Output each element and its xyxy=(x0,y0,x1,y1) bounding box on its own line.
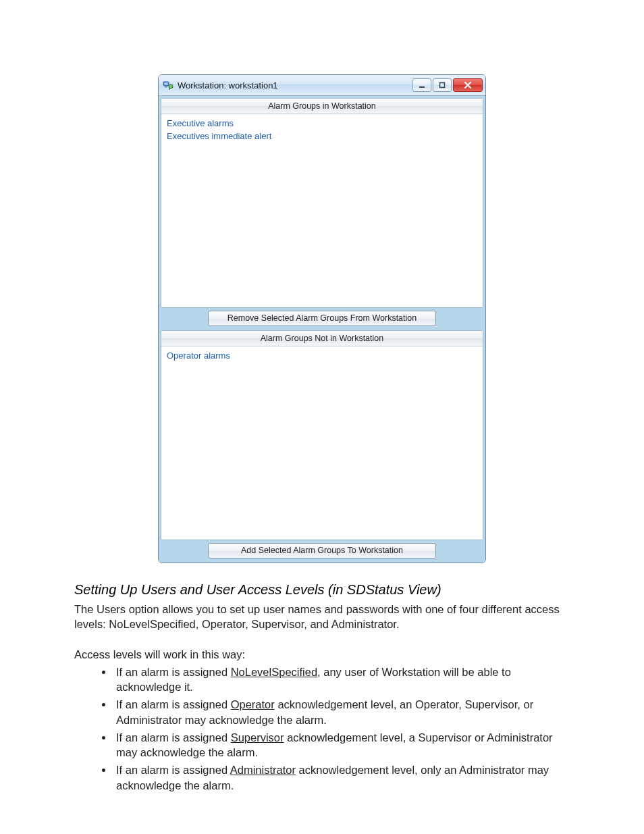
list-item: If an alarm is assigned Operator acknowl… xyxy=(113,697,570,727)
workstation-window: Workstation: workstation1 xyxy=(158,74,486,563)
intro-paragraph: The Users option allows you to set up us… xyxy=(74,602,570,632)
access-levels-list: If an alarm is assigned NoLevelSpecified… xyxy=(74,664,570,793)
alarm-groups-not-in-list[interactable]: Operator alarms xyxy=(161,346,483,540)
list-item[interactable]: Operator alarms xyxy=(167,349,477,362)
panel-footer-not-in: Add Selected Alarm Groups To Workstation xyxy=(161,540,483,561)
alarm-groups-in-panel: Alarm Groups in Workstation Executive al… xyxy=(161,98,483,308)
svg-rect-2 xyxy=(165,86,167,88)
svg-point-3 xyxy=(169,84,173,88)
window-client: Alarm Groups in Workstation Executive al… xyxy=(159,96,485,563)
panel-header-in: Alarm Groups in Workstation xyxy=(161,99,483,114)
list-item[interactable]: Executive alarms xyxy=(167,117,477,130)
list-item: If an alarm is assigned Supervisor ackno… xyxy=(113,730,570,760)
alarm-groups-in-list[interactable]: Executive alarms Executives immediate al… xyxy=(161,114,483,307)
intro-tail: . xyxy=(396,618,400,630)
add-groups-button[interactable]: Add Selected Alarm Groups To Workstation xyxy=(208,543,436,558)
maximize-button[interactable] xyxy=(433,78,452,92)
remove-groups-button[interactable]: Remove Selected Alarm Groups From Workst… xyxy=(208,311,436,326)
window-buttons xyxy=(411,78,483,92)
list-item: If an alarm is assigned NoLevelSpecified… xyxy=(113,664,570,695)
workstation-icon xyxy=(163,80,173,90)
document-page: Workstation: workstation1 xyxy=(0,0,644,834)
dialog-figure: Workstation: workstation1 xyxy=(158,74,486,563)
svg-rect-5 xyxy=(440,83,445,88)
panel-header-not-in: Alarm Groups Not in Workstation xyxy=(161,331,483,346)
access-levels-lead: Access levels will work in this way: xyxy=(74,647,570,662)
minimize-button[interactable] xyxy=(412,78,431,92)
titlebar[interactable]: Workstation: workstation1 xyxy=(159,75,485,96)
panel-footer-in: Remove Selected Alarm Groups From Workst… xyxy=(161,308,483,326)
intro-levels-run: NoLevelSpecified, Operator, Supervisor, … xyxy=(109,618,396,630)
alarm-groups-not-in-panel: Alarm Groups Not in Workstation Operator… xyxy=(161,330,483,540)
close-button[interactable] xyxy=(453,78,483,92)
svg-rect-4 xyxy=(419,86,425,88)
svg-rect-1 xyxy=(165,83,168,85)
section-heading: Setting Up Users and User Access Levels … xyxy=(74,582,570,598)
window-title: Workstation: workstation1 xyxy=(178,80,278,90)
list-item: If an alarm is assigned Administrator ac… xyxy=(113,762,570,793)
list-item[interactable]: Executives immediate alert xyxy=(167,130,477,142)
